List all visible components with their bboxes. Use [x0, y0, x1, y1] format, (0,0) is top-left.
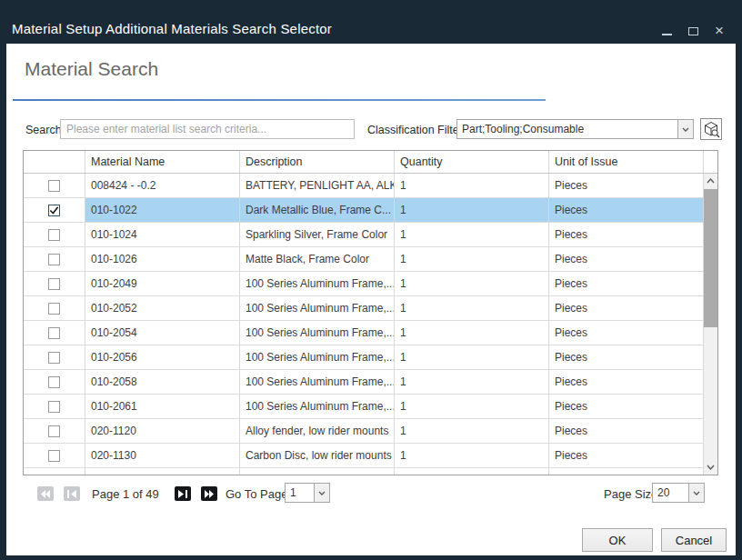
cell-description: 100 Series Aluminum Frame,... — [240, 321, 395, 345]
cell-quantity: 1 — [395, 345, 549, 369]
cell-description — [240, 468, 395, 475]
row-checkbox[interactable] — [48, 352, 60, 364]
cell-quantity: 1 — [395, 444, 549, 467]
row-checkbox-cell — [24, 444, 85, 467]
row-checkbox[interactable] — [48, 229, 60, 241]
row-checkbox[interactable] — [48, 205, 60, 216]
dialog-window: Material Setup Additional Materials Sear… — [0, 0, 742, 560]
row-checkbox-cell — [24, 272, 85, 295]
table-row[interactable]: 010-1026 Matte Black, Frame Color 1 Piec… — [24, 247, 717, 272]
row-checkbox-cell — [24, 370, 85, 394]
page-size-dropdown[interactable]: 20 — [652, 483, 705, 503]
scroll-down-icon — [707, 465, 715, 470]
row-checkbox[interactable] — [48, 254, 60, 265]
cell-quantity: 1 — [395, 174, 549, 197]
row-checkbox[interactable] — [48, 303, 60, 315]
table-row[interactable]: 020-1120 Alloy fender, low rider mounts … — [24, 419, 717, 444]
window-title: Material Setup Additional Materials Sear… — [12, 21, 332, 36]
table-row[interactable]: 010-2056 100 Series Aluminum Frame,... 1… — [24, 345, 717, 370]
row-checkbox-cell — [24, 296, 85, 320]
first-page-icon — [41, 490, 50, 498]
row-checkbox[interactable] — [48, 376, 60, 388]
cell-unit-of-issue — [549, 468, 704, 475]
cancel-button[interactable]: Cancel — [661, 528, 727, 552]
table-row[interactable]: 010-2052 100 Series Aluminum Frame,... 1… — [24, 296, 717, 321]
chevron-down-icon — [682, 127, 689, 132]
cell-description: 100 Series Aluminum Frame,... — [240, 345, 395, 369]
page-size-dropdown-button[interactable] — [688, 484, 704, 502]
close-button[interactable]: × — [713, 25, 726, 37]
row-checkbox-cell — [24, 247, 85, 271]
cell-description: Matte Black, Frame Color — [240, 247, 395, 271]
cell-material-name: 010-2058 — [85, 370, 240, 394]
cell-unit-of-issue: Pieces — [549, 174, 704, 197]
cell-unit-of-issue: Pieces — [549, 419, 704, 443]
table-header: Material Name Description Quantity Unit … — [24, 151, 717, 174]
table-row[interactable]: 010-2054 100 Series Aluminum Frame,... 1… — [24, 321, 717, 345]
chevron-down-icon — [318, 491, 326, 495]
header-material-name[interactable]: Material Name — [85, 151, 240, 173]
page-indicator: Page 1 of 49 — [92, 487, 159, 501]
search-label: Search — [25, 124, 62, 136]
table-row[interactable]: 020-1130 Carbon Disc, low rider mounts 1… — [24, 444, 717, 468]
header-quantity[interactable]: Quantity — [395, 151, 549, 173]
vertical-scrollbar[interactable] — [704, 174, 717, 475]
row-checkbox[interactable] — [48, 425, 60, 437]
previous-page-button[interactable] — [64, 486, 80, 501]
row-checkbox[interactable] — [48, 327, 60, 339]
cell-unit-of-issue: Pieces — [549, 247, 704, 271]
minimize-icon — [662, 34, 672, 35]
next-page-button[interactable] — [175, 486, 191, 501]
go-to-page-dropdown[interactable]: 1 — [285, 483, 330, 503]
maximize-button[interactable] — [687, 25, 699, 37]
ok-button[interactable]: OK — [582, 528, 653, 552]
table-row[interactable] — [24, 468, 717, 475]
scroll-up-button[interactable] — [704, 174, 717, 188]
search-input[interactable] — [60, 119, 355, 139]
cell-unit-of-issue: Pieces — [549, 272, 704, 295]
previous-page-icon — [67, 490, 76, 498]
header-unit-of-issue[interactable]: Unit of Issue — [549, 151, 704, 173]
cell-material-name: 010-2052 — [85, 296, 240, 320]
cell-quantity: 1 — [395, 198, 549, 222]
row-checkbox-cell — [24, 419, 85, 443]
table-row[interactable]: 010-2049 100 Series Aluminum Frame,... 1… — [24, 272, 717, 296]
cell-quantity: 1 — [395, 296, 549, 320]
cell-description: 100 Series Aluminum Frame,... — [240, 296, 395, 320]
table-row[interactable]: 010-1024 Sparkling Silver, Frame Color 1… — [24, 223, 717, 247]
last-page-icon — [205, 490, 214, 498]
classification-dropdown-button[interactable] — [677, 120, 693, 138]
close-icon: × — [715, 25, 724, 37]
maximize-icon — [688, 27, 698, 35]
row-checkbox[interactable] — [48, 278, 60, 290]
cell-material-name: 020-1120 — [85, 419, 240, 443]
table-row[interactable]: 010-2058 100 Series Aluminum Frame,... 1… — [24, 370, 717, 395]
minimize-button[interactable] — [660, 25, 673, 37]
row-checkbox[interactable] — [48, 180, 60, 192]
go-to-page-dropdown-button[interactable] — [314, 484, 329, 502]
scrollbar-thumb[interactable] — [704, 189, 717, 327]
page-size-value: 20 — [653, 484, 688, 502]
scroll-down-button[interactable] — [704, 460, 717, 475]
first-page-button[interactable] — [37, 486, 54, 501]
table-row[interactable]: 008424 - -0.2 BATTERY, PENLIGHT AA, ALK.… — [24, 174, 717, 198]
material-lookup-button[interactable] — [700, 118, 722, 140]
classification-filter-dropdown[interactable]: Part;Tooling;Consumable — [456, 119, 694, 139]
row-checkbox-cell — [24, 223, 85, 246]
cell-quantity: 1 — [395, 395, 549, 418]
table-row[interactable]: 010-2061 100 Series Aluminum Frame,... 1… — [24, 395, 717, 419]
header-description[interactable]: Description — [240, 151, 395, 173]
row-checkbox[interactable] — [48, 450, 60, 462]
materials-table: Material Name Description Quantity Unit … — [23, 150, 718, 475]
table-row[interactable]: 010-1022 Dark Metallic Blue, Frame C... … — [24, 198, 717, 223]
scroll-up-icon — [707, 178, 715, 184]
row-checkbox[interactable] — [48, 401, 60, 413]
window-controls: × — [660, 24, 726, 38]
cell-description: Dark Metallic Blue, Frame C... — [240, 198, 395, 222]
heading-underline — [13, 99, 546, 101]
cell-unit-of-issue: Pieces — [549, 198, 704, 222]
last-page-button[interactable] — [201, 486, 217, 501]
cell-material-name: 010-1024 — [85, 223, 240, 246]
cell-unit-of-issue: Pieces — [549, 370, 704, 394]
cell-material-name — [85, 468, 240, 475]
